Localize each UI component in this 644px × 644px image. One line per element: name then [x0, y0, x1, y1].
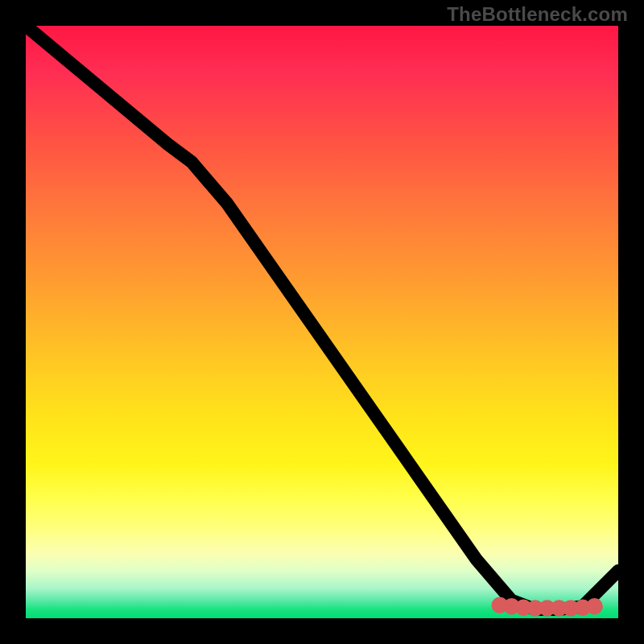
chart-frame: TheBottleneck.com: [0, 0, 644, 644]
chart-marker: [589, 601, 600, 612]
chart-marker-cluster: [494, 600, 600, 613]
chart-overlay: [26, 26, 618, 618]
watermark-label: TheBottleneck.com: [447, 3, 628, 26]
chart-line: [26, 26, 618, 609]
